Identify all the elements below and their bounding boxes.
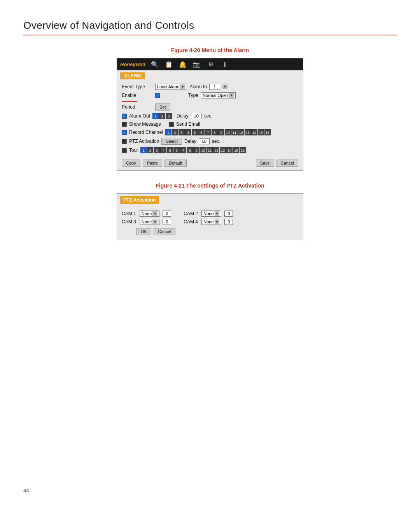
alarm-out-channels: 1 2 3 <box>152 113 172 119</box>
ptz-delay-value[interactable]: 10 <box>199 138 210 144</box>
ptz-delay-label: Delay <box>184 139 196 144</box>
ptz-button-row: OK Cancel <box>122 228 298 235</box>
cam3-label: CAM 3 <box>122 219 136 225</box>
type-dropdown[interactable]: Normal Open ▼ <box>201 92 236 98</box>
tc-12[interactable]: 12 <box>213 147 219 153</box>
tc-5[interactable]: 5 <box>167 147 173 153</box>
record-channel-label: Record Channel <box>129 130 163 135</box>
ptz-cam-row-1: CAM 1 None ▼ 0 CAM 2 None ▼ 0 <box>122 211 298 217</box>
paste-button[interactable]: Paste <box>143 160 162 167</box>
ptz-cancel-button[interactable]: Cancel <box>154 228 175 235</box>
camera-icon: 📷 <box>192 60 202 68</box>
event-type-label: Event Type <box>122 84 153 90</box>
figure-21-wrapper: Figure 4-21 The settings of PTZ Activati… <box>23 183 397 240</box>
tc-11[interactable]: 11 <box>206 147 213 153</box>
cam1-dropdown[interactable]: None ▼ <box>140 211 159 217</box>
figure-21-caption: Figure 4-21 The settings of PTZ Activati… <box>156 183 264 189</box>
cam1-input[interactable]: 0 <box>163 211 171 217</box>
delay-value[interactable]: 10 <box>191 113 202 119</box>
cancel-button[interactable]: Cancel <box>276 160 298 167</box>
tc-7[interactable]: 7 <box>180 147 186 153</box>
alarm-in-value[interactable]: 1 <box>209 84 220 90</box>
tc-6[interactable]: 6 <box>173 147 180 153</box>
record-channel-checkbox[interactable]: ✓ <box>122 130 127 135</box>
tc-8[interactable]: 8 <box>187 147 193 153</box>
cam2-arrow: ▼ <box>215 211 220 216</box>
default-button[interactable]: Default <box>164 160 187 167</box>
cam1-label: CAM 1 <box>122 211 136 216</box>
edit-icon: 📋 <box>164 60 174 68</box>
tour-checkbox[interactable] <box>122 148 127 153</box>
alarm-icon: 🔔 <box>178 60 188 68</box>
alarm-button-row: Copy Paste Default Save Cancel <box>122 157 298 167</box>
cam3-input[interactable]: 0 <box>163 219 171 225</box>
rc-6[interactable]: 6 <box>198 129 205 135</box>
type-value: Normal Open <box>203 93 228 98</box>
type-arrow: ▼ <box>229 93 234 98</box>
event-type-row: Event Type Local Alarm ▼ Alarm In 1 ▼ <box>122 84 298 90</box>
tc-14[interactable]: 14 <box>226 147 233 153</box>
panel-body: Event Type Local Alarm ▼ Alarm In 1 ▼ En… <box>117 81 303 170</box>
rc-10[interactable]: 10 <box>225 129 231 135</box>
record-channels: 1 2 3 4 5 6 7 8 9 10 11 12 13 14 <box>165 129 271 135</box>
tc-15[interactable]: 15 <box>233 147 239 153</box>
ptz-cam-row-2: CAM 3 None ▼ 0 CAM 4 None ▼ 0 <box>122 219 298 225</box>
cam2-input[interactable]: 0 <box>224 211 233 217</box>
enable-checkbox[interactable]: ✓ <box>155 93 160 98</box>
ptz-ok-button[interactable]: OK <box>136 228 151 235</box>
rc-7[interactable]: 7 <box>205 129 211 135</box>
rc-9[interactable]: 9 <box>218 129 224 135</box>
rc-11[interactable]: 11 <box>231 129 238 135</box>
record-channel-row: ✓ Record Channel 1 2 3 4 5 6 7 8 9 10 11 <box>122 129 298 135</box>
tc-3[interactable]: 3 <box>154 147 160 153</box>
rc-2[interactable]: 2 <box>172 129 178 135</box>
ptz-activation-row: PTZ Activation Select Delay 10 sec. <box>122 138 298 145</box>
ptz-delay-unit: sec. <box>212 139 220 144</box>
cam4-dropdown[interactable]: None ▼ <box>201 219 221 225</box>
tc-9[interactable]: 9 <box>193 147 200 153</box>
tc-13[interactable]: 13 <box>220 147 226 153</box>
alarm-tab[interactable]: ALARM <box>120 72 145 79</box>
cam4-input[interactable]: 0 <box>224 219 233 225</box>
rc-12[interactable]: 12 <box>238 129 244 135</box>
tc-1[interactable]: 1 <box>140 147 147 153</box>
rc-4[interactable]: 4 <box>185 129 191 135</box>
period-set-button[interactable]: Set <box>155 104 170 111</box>
show-message-label: Show Message <box>129 121 161 127</box>
rc-13[interactable]: 13 <box>245 129 251 135</box>
cam3-dropdown[interactable]: None ▼ <box>140 219 159 225</box>
cam2-dropdown[interactable]: None ▼ <box>201 211 221 217</box>
alarm-out-checkbox[interactable]: ✓ <box>122 114 127 119</box>
rc-1[interactable]: 1 <box>165 129 172 135</box>
tc-16[interactable]: 16 <box>240 147 246 153</box>
rc-14[interactable]: 14 <box>251 129 257 135</box>
rc-3[interactable]: 3 <box>178 129 185 135</box>
tc-2[interactable]: 2 <box>147 147 153 153</box>
save-button[interactable]: Save <box>256 160 274 167</box>
event-type-dropdown[interactable]: Local Alarm ▼ <box>155 84 187 90</box>
tour-label: Tour <box>129 147 138 153</box>
ptz-activation-checkbox[interactable] <box>122 139 127 144</box>
info-icon: ℹ <box>220 60 230 68</box>
alarm-ch-2[interactable]: 2 <box>159 113 165 119</box>
delay-unit: sec. <box>204 113 213 119</box>
ptz-activation-label: PTZ Activation <box>129 139 159 144</box>
ptz-tab[interactable]: PTZ Activation <box>120 196 159 204</box>
tc-10[interactable]: 10 <box>200 147 206 153</box>
tc-4[interactable]: 4 <box>160 147 166 153</box>
alarm-ch-3[interactable]: 3 <box>166 113 172 119</box>
alarm-in-label: Alarm In <box>189 84 207 90</box>
show-message-checkbox[interactable] <box>122 122 127 127</box>
header-icons: 🔍 📋 🔔 📷 ⚙ ℹ <box>150 60 230 68</box>
rc-16[interactable]: 16 <box>264 129 271 135</box>
rc-8[interactable]: 8 <box>212 129 218 135</box>
rc-5[interactable]: 5 <box>192 129 198 135</box>
cam4-value: None <box>203 219 214 224</box>
alarm-in-arrow: ▼ <box>222 84 228 89</box>
alarm-ch-1[interactable]: 1 <box>152 113 159 119</box>
copy-button[interactable]: Copy <box>122 160 140 167</box>
rc-15[interactable]: 15 <box>258 129 264 135</box>
cam3-value: None <box>142 219 152 224</box>
ptz-select-button[interactable]: Select <box>161 138 182 145</box>
send-email-checkbox[interactable] <box>169 122 174 127</box>
